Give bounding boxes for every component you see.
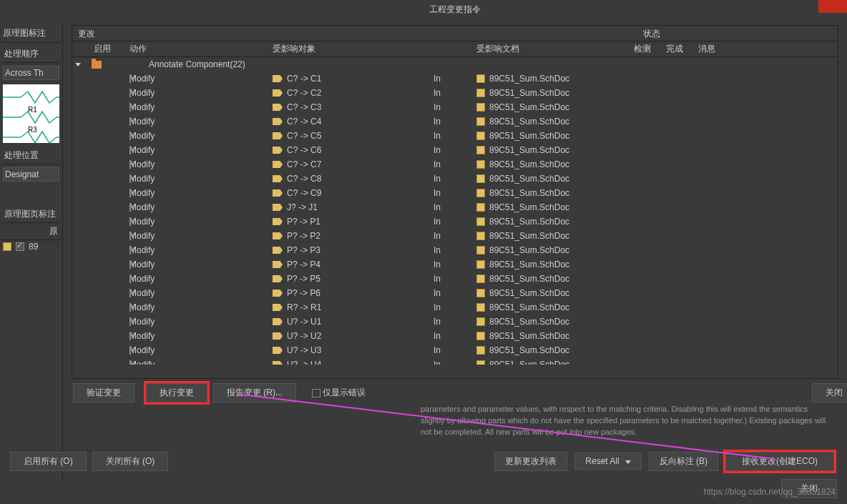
enable-all-button[interactable]: 启用所有 (O) — [10, 452, 87, 471]
tree-checkbox[interactable] — [16, 242, 24, 251]
row-checkbox[interactable] — [129, 217, 131, 226]
table-row[interactable]: ModifyC? -> C2In89C51_Sum.SchDoc — [72, 86, 838, 100]
tag-icon — [273, 275, 283, 282]
row-checkbox[interactable] — [129, 146, 131, 154]
row-object: C? -> C2 — [270, 87, 431, 99]
show-errors-label: 仅显示错误 — [323, 387, 366, 397]
table-row[interactable]: ModifyP? -> P2In89C51_Sum.SchDoc — [72, 229, 838, 243]
accept-eco-button[interactable]: 接收更改(创建ECO) — [725, 452, 834, 471]
table-row[interactable]: ModifyP? -> P4In89C51_Sum.SchDoc — [72, 257, 838, 272]
back-annotate-button[interactable]: 反向标注 (B) — [649, 452, 718, 471]
execute-button[interactable]: 执行变更 — [146, 383, 207, 402]
col-action[interactable]: 动作 — [127, 41, 270, 56]
tag-icon — [273, 247, 283, 254]
close-button-right[interactable]: 关闭 — [812, 383, 847, 402]
table-row[interactable]: ModifyJ? -> J1In89C51_Sum.SchDoc — [72, 200, 838, 214]
row-action: Modify — [127, 315, 270, 328]
tag-icon — [273, 261, 283, 268]
row-checkbox[interactable] — [129, 275, 131, 283]
row-file: 89C51_Sum.SchDoc — [474, 301, 631, 314]
row-action: Modify — [127, 215, 270, 228]
show-errors-checkbox[interactable] — [312, 389, 320, 397]
row-checkbox[interactable] — [129, 232, 131, 240]
row-checkbox[interactable] — [129, 260, 131, 269]
row-object: U? -> U2 — [270, 330, 431, 342]
col-check[interactable]: 检测 — [631, 41, 663, 56]
row-checkbox[interactable] — [129, 317, 131, 326]
row-in: In — [431, 101, 474, 114]
row-object: C? -> C9 — [270, 187, 431, 199]
across-dropdown[interactable]: Across Th — [3, 66, 59, 80]
table-row[interactable]: ModifyU? -> U4In89C51_Sum.SchDoc — [72, 357, 838, 365]
row-action: Modify — [127, 187, 270, 199]
designator-dropdown[interactable]: Designat — [3, 167, 59, 182]
table-row[interactable]: ModifyU? -> U1In89C51_Sum.SchDoc — [72, 315, 838, 329]
row-checkbox[interactable] — [129, 89, 131, 97]
table-row[interactable]: ModifyC? -> C1In89C51_Sum.SchDoc — [72, 71, 838, 86]
table-row[interactable]: ModifyC? -> C6In89C51_Sum.SchDoc — [72, 143, 838, 157]
row-action: Modify — [127, 129, 270, 142]
row-checkbox[interactable] — [129, 246, 131, 255]
col-msg[interactable]: 消息 — [695, 41, 728, 56]
col-in — [431, 41, 474, 56]
table-row[interactable]: ModifyC? -> C4In89C51_Sum.SchDoc — [72, 114, 838, 129]
row-in: In — [431, 115, 474, 128]
row-checkbox[interactable] — [129, 117, 131, 126]
col-file[interactable]: 受影响文档 — [474, 41, 631, 56]
tag-icon — [273, 361, 283, 365]
update-list-button[interactable]: 更新更改列表 — [494, 452, 567, 471]
table-row[interactable]: ModifyU? -> U3In89C51_Sum.SchDoc — [72, 343, 838, 357]
col-affected[interactable]: 受影响对象 — [270, 41, 431, 56]
table-row[interactable]: ModifyC? -> C9In89C51_Sum.SchDoc — [72, 186, 838, 200]
row-in: In — [431, 330, 474, 342]
row-checkbox[interactable] — [129, 303, 131, 312]
document-icon — [476, 275, 485, 283]
row-checkbox[interactable] — [129, 360, 131, 365]
table-row[interactable]: ModifyP? -> P5In89C51_Sum.SchDoc — [72, 272, 838, 286]
table-row[interactable]: ModifyC? -> C5In89C51_Sum.SchDoc — [72, 129, 838, 143]
expand-arrow-icon[interactable] — [75, 63, 81, 66]
row-object: U? -> U1 — [270, 315, 431, 328]
row-file: 89C51_Sum.SchDoc — [474, 201, 631, 214]
table-row[interactable]: ModifyU? -> U2In89C51_Sum.SchDoc — [72, 329, 838, 343]
row-checkbox[interactable] — [129, 332, 131, 340]
row-checkbox[interactable] — [129, 160, 131, 169]
group-row[interactable]: Annotate Component(22) — [72, 57, 838, 71]
table-row[interactable]: ModifyR? -> R1In89C51_Sum.SchDoc — [72, 300, 838, 315]
row-checkbox[interactable] — [129, 103, 131, 112]
row-checkbox[interactable] — [129, 189, 131, 197]
row-in: In — [431, 272, 474, 285]
row-in: In — [431, 258, 474, 271]
tree-row[interactable]: 89 — [1, 240, 61, 253]
row-in: In — [431, 144, 474, 157]
table-row[interactable]: ModifyP? -> P1In89C51_Sum.SchDoc — [72, 214, 838, 229]
row-action: Modify — [127, 272, 270, 285]
document-icon — [476, 189, 485, 197]
action-buttons: 验证变更 执行变更 报告变更 (R)... 仅显示错误 — [73, 383, 366, 402]
row-checkbox[interactable] — [129, 346, 131, 355]
row-checkbox[interactable] — [129, 289, 131, 297]
document-icon — [476, 303, 485, 312]
table-row[interactable]: ModifyC? -> C8In89C51_Sum.SchDoc — [72, 172, 838, 186]
table-row[interactable]: ModifyC? -> C3In89C51_Sum.SchDoc — [72, 100, 838, 114]
row-checkbox[interactable] — [129, 203, 131, 212]
document-icon — [476, 89, 485, 97]
row-in: In — [431, 187, 474, 199]
table-row[interactable]: ModifyP? -> P6In89C51_Sum.SchDoc — [72, 286, 838, 300]
col-enable[interactable]: 启用 — [72, 41, 127, 56]
table-row[interactable]: ModifyP? -> P3In89C51_Sum.SchDoc — [72, 243, 838, 257]
validate-button[interactable]: 验证变更 — [73, 383, 134, 402]
report-button[interactable]: 报告变更 (R)... — [213, 383, 296, 402]
close-button[interactable] — [818, 0, 847, 13]
disable-all-button[interactable]: 关闭所有 (O) — [92, 452, 169, 471]
row-file: 89C51_Sum.SchDoc — [474, 215, 631, 228]
row-in: In — [431, 201, 474, 214]
row-file: 89C51_Sum.SchDoc — [474, 244, 631, 257]
row-checkbox[interactable] — [129, 132, 131, 140]
row-checkbox[interactable] — [129, 174, 131, 183]
col-done[interactable]: 完成 — [663, 41, 695, 56]
row-in: In — [431, 358, 474, 365]
table-row[interactable]: ModifyC? -> C7In89C51_Sum.SchDoc — [72, 157, 838, 172]
row-checkbox[interactable] — [129, 74, 131, 83]
reset-all-button[interactable]: Reset All — [574, 453, 641, 470]
